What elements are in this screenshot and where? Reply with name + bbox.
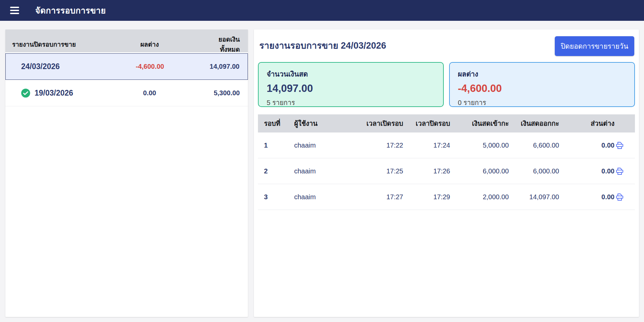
shift-close-time: 17:24: [403, 142, 450, 149]
shift-cash-out: 14,097.00: [509, 193, 559, 201]
print-button[interactable]: [614, 166, 625, 176]
col-header-total: ยอดเงินทั้งหมด: [203, 30, 240, 54]
shift-actions-cell: [614, 192, 629, 202]
col-header-diff: ผลต่าง: [96, 35, 203, 49]
shift-round-number: 3: [264, 193, 294, 201]
shift-actions-cell: [614, 166, 629, 176]
shift-row: 3chaaim17:2717:292,000.0014,097.000.00: [258, 184, 635, 210]
shifts-col-header: เงินสดเข้ากะ: [450, 118, 509, 129]
closed-round-row[interactable]: 24/03/2026-4,600.0014,097.00: [5, 53, 248, 80]
round-diff: -4,600.00: [96, 63, 204, 70]
shift-diff: 0.00: [559, 142, 614, 149]
shift-cash-out: 6,000.00: [509, 167, 559, 175]
shifts-table-body: 1chaaim17:2217:245,000.006,600.000.002ch…: [258, 132, 635, 210]
shift-user: chaaim: [294, 193, 350, 201]
shift-cash-in: 2,000.00: [450, 193, 509, 201]
col-header-report: รายงานปิดรอบการขาย: [12, 35, 96, 49]
closed-rounds-panel: รายงานปิดรอบการขาย ผลต่าง ยอดเงินทั้งหมด…: [5, 30, 248, 317]
shift-open-time: 17:22: [350, 142, 403, 149]
close-daily-sales-button[interactable]: ปิดยอดการขายรายวัน: [555, 36, 634, 56]
cash-card-count: 5 รายการ: [267, 97, 435, 108]
shift-actions-cell: [614, 140, 629, 151]
page-title: จัดการรอบการขาย: [35, 4, 106, 17]
shift-row: 2chaaim17:2517:266,000.006,000.000.00: [258, 158, 635, 184]
shift-open-time: 17:27: [350, 193, 403, 201]
shift-round-number: 2: [264, 167, 294, 175]
closed-round-row[interactable]: 19/03/20260.005,300.00: [5, 80, 248, 106]
round-total: 5,300.00: [203, 89, 240, 97]
print-button[interactable]: [614, 140, 625, 151]
cash-total-card: จำนวนเงินสด 14,097.00 5 รายการ: [258, 62, 444, 107]
shifts-col-header: เวลาปิดรอบ: [403, 118, 450, 129]
round-date: 24/03/2026: [21, 62, 60, 71]
printer-icon: [615, 198, 624, 203]
shift-close-time: 17:29: [403, 193, 450, 201]
shift-cash-out: 6,600.00: [509, 142, 559, 149]
cash-card-label: จำนวนเงินสด: [267, 68, 435, 79]
closed-rounds-header: รายงานปิดรอบการขาย ผลต่าง ยอดเงินทั้งหมด: [5, 30, 248, 52]
diff-card-count: 0 รายการ: [458, 97, 626, 108]
shift-user: chaaim: [294, 142, 350, 149]
shifts-col-header: ผู้ใช้งาน: [294, 118, 350, 129]
shifts-table-header: รอบที่ผู้ใช้งานเวลาเปิดรอบเวลาปิดรอบเงิน…: [258, 114, 635, 132]
diff-card-value: -4,600.00: [458, 83, 626, 95]
report-header: รายงานรอบการขาย 24/03/2026 ปิดยอดการขายร…: [258, 30, 635, 56]
print-button[interactable]: [614, 192, 625, 202]
shift-round-number: 1: [264, 142, 294, 149]
round-diff: 0.00: [96, 89, 203, 97]
shift-diff: 0.00: [559, 167, 614, 175]
round-date-cell: 19/03/2026: [12, 88, 96, 98]
shifts-col-header: เวลาเปิดรอบ: [350, 118, 403, 129]
shift-diff: 0.00: [559, 193, 614, 201]
closed-rounds-list: 24/03/2026-4,600.0014,097.0019/03/20260.…: [5, 53, 248, 106]
shift-cash-in: 5,000.00: [450, 142, 509, 149]
summary-cards: จำนวนเงินสด 14,097.00 5 รายการ ผลต่าง -4…: [258, 62, 635, 107]
shift-close-time: 17:26: [403, 167, 450, 175]
hamburger-menu-icon[interactable]: [10, 7, 19, 14]
shifts-col-header: เงินสดออกกะ: [509, 118, 559, 129]
top-navbar: จัดการรอบการขาย: [0, 0, 644, 21]
shifts-col-header: รอบที่: [264, 118, 294, 129]
shift-row: 1chaaim17:2217:245,000.006,600.000.00: [258, 132, 635, 158]
check-circle-icon: [21, 88, 31, 98]
round-total: 14,097.00: [204, 63, 239, 70]
diff-card-label: ผลต่าง: [458, 68, 626, 79]
round-date: 19/03/2026: [35, 89, 73, 98]
difference-card: ผลต่าง -4,600.00 0 รายการ: [449, 62, 635, 107]
shift-open-time: 17:25: [350, 167, 403, 175]
shift-cash-in: 6,000.00: [450, 167, 509, 175]
printer-icon: [615, 172, 624, 177]
shifts-col-header: ส่วนต่าง: [559, 118, 614, 129]
shift-user: chaaim: [294, 167, 350, 175]
round-report-panel: รายงานรอบการขาย 24/03/2026 ปิดยอดการขายร…: [254, 30, 639, 317]
cash-card-value: 14,097.00: [267, 83, 435, 95]
report-title: รายงานรอบการขาย 24/03/2026: [259, 36, 386, 53]
main-content: รายงานปิดรอบการขาย ผลต่าง ยอดเงินทั้งหมด…: [0, 21, 644, 317]
printer-icon: [615, 146, 624, 151]
round-date-cell: 24/03/2026: [12, 62, 96, 71]
